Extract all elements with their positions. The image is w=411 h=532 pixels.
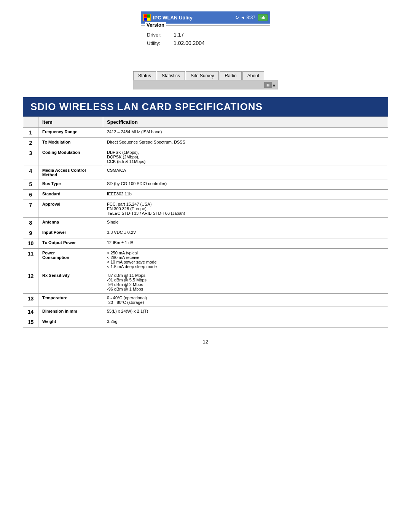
- version-legend: Version: [145, 22, 166, 28]
- taskbar-title: IPC WLAN Utility: [153, 15, 233, 21]
- row-number: 10: [23, 238, 38, 249]
- toolbar-grid-icon: ▦: [264, 82, 272, 88]
- table-row: 3Coding ModulationDBPSK (1Mbps),DQPSK (2…: [23, 148, 388, 166]
- row-number: 14: [23, 307, 38, 317]
- row-spec: < 250 mA typical< 280 mA receive< 10 mA …: [103, 249, 388, 271]
- row-number: 2: [23, 138, 38, 148]
- driver-value: 1.17: [174, 32, 184, 38]
- windows-icon: [143, 14, 151, 21]
- utility-value: 1.02.00.2004: [174, 40, 205, 46]
- row-item: Approval: [38, 200, 103, 218]
- row-number: 5: [23, 179, 38, 190]
- row-spec: 55(L) x 24(W) x 2.1(T): [103, 307, 388, 317]
- tab-status[interactable]: Status: [133, 71, 156, 80]
- table-row: 5Bus TypeSD (by CG-100 SDIO controller): [23, 179, 388, 190]
- tabs-area: Status Statistics Site Survey Radio Abou…: [23, 71, 388, 89]
- driver-label: Driver:: [147, 32, 174, 38]
- table-row: 14Dimension in mm55(L) x 24(W) x 2.1(T): [23, 307, 388, 317]
- row-number: 15: [23, 317, 38, 328]
- row-item: Rx Sensitivity: [38, 271, 103, 294]
- tabs-row: Status Statistics Site Survey Radio Abou…: [133, 71, 278, 80]
- spec-title: SDIO WIRELESS LAN CARD SPECIFICATIONS: [23, 97, 388, 117]
- spec-table: Item Specification 1Frequency Range2412 …: [23, 117, 388, 328]
- row-item: Media Access Control Method: [38, 166, 103, 179]
- row-item: Tx Output Power: [38, 238, 103, 249]
- taskbar-icons: ↻ ◄ 8:37: [235, 15, 255, 20]
- row-item: Dimension in mm: [38, 307, 103, 317]
- table-row: 7ApprovalFCC, part 15.247 (USA)EN 300.32…: [23, 200, 388, 218]
- row-item: Standard: [38, 190, 103, 200]
- table-row: 8AntennaSingle: [23, 218, 388, 228]
- row-spec: CSMA/CA: [103, 166, 388, 179]
- row-number: 1: [23, 128, 38, 138]
- row-item: Weight: [38, 317, 103, 328]
- table-row: 12Rx Sensitivity-87 dBm @ 11 Mbps-91 dBm…: [23, 271, 388, 294]
- row-item: Input Power: [38, 228, 103, 238]
- row-spec: 2412 – 2484 MHz (ISM band): [103, 128, 388, 138]
- tab-statistics[interactable]: Statistics: [157, 71, 185, 80]
- table-row: 10Tx Output Power12dBm ± 1 dB: [23, 238, 388, 249]
- utility-label: Utility:: [147, 40, 174, 46]
- row-spec: -87 dBm @ 11 Mbps-91 dBm @ 5.5 Mbps-94 d…: [103, 271, 388, 294]
- row-number: 9: [23, 228, 38, 238]
- row-spec: 3.3 VDC ± 0.2V: [103, 228, 388, 238]
- row-item: Bus Type: [38, 179, 103, 190]
- row-number: 11: [23, 249, 38, 271]
- row-number: 3: [23, 148, 38, 166]
- table-row: 9Input Power3.3 VDC ± 0.2V: [23, 228, 388, 238]
- row-number: 7: [23, 200, 38, 218]
- tab-about[interactable]: About: [242, 71, 264, 80]
- table-row: 13Temperature0 - 40°C (operational)-20 -…: [23, 294, 388, 307]
- device-area: IPC WLAN Utility ↻ ◄ 8:37 ok Version Dri…: [23, 11, 388, 52]
- row-spec: Single: [103, 218, 388, 228]
- table-row: 15Weight3.25g: [23, 317, 388, 328]
- row-item: Coding Modulation: [38, 148, 103, 166]
- row-spec: 12dBm ± 1 dB: [103, 238, 388, 249]
- row-item: Antenna: [38, 218, 103, 228]
- tab-toolbar: ▦ ▲: [133, 80, 278, 89]
- table-row: 2Tx ModulationDirect Sequence Spread Spe…: [23, 138, 388, 148]
- tab-radio[interactable]: Radio: [220, 71, 241, 80]
- row-spec: 0 - 40°C (operational)-20 - 80°C (storag…: [103, 294, 388, 307]
- version-box: Version Driver: 1.17 Utility: 1.02.00.20…: [141, 25, 270, 52]
- col-num-header: [23, 117, 38, 128]
- row-number: 4: [23, 166, 38, 179]
- col-item-header: Item: [38, 117, 103, 128]
- col-spec-header: Specification: [103, 117, 388, 128]
- ok-button[interactable]: ok: [258, 14, 268, 21]
- driver-row: Driver: 1.17: [147, 32, 264, 38]
- volume-icon: ◄: [241, 15, 245, 20]
- row-number: 6: [23, 190, 38, 200]
- taskbar-time: 8:37: [247, 15, 255, 20]
- row-number: 12: [23, 271, 38, 294]
- tab-site-survey[interactable]: Site Survey: [186, 71, 219, 80]
- table-row: 11PowerConsumption< 250 mA typical< 280 …: [23, 249, 388, 271]
- page-number: 12: [203, 339, 208, 345]
- row-item: Temperature: [38, 294, 103, 307]
- toolbar-arrow-icon: ▲: [272, 82, 276, 88]
- table-row: 1Frequency Range2412 – 2484 MHz (ISM ban…: [23, 128, 388, 138]
- row-spec: SD (by CG-100 SDIO controller): [103, 179, 388, 190]
- table-row: 6StandardIEEE802.11b: [23, 190, 388, 200]
- sync-icon: ↻: [235, 15, 239, 20]
- row-item: Tx Modulation: [38, 138, 103, 148]
- row-spec: DBPSK (1Mbps),DQPSK (2Mbps),CCK (5.5 & 1…: [103, 148, 388, 166]
- row-number: 8: [23, 218, 38, 228]
- utility-row: Utility: 1.02.00.2004: [147, 40, 264, 46]
- row-item: Frequency Range: [38, 128, 103, 138]
- row-number: 13: [23, 294, 38, 307]
- row-spec: Direct Sequence Spread Spectrum, DSSS: [103, 138, 388, 148]
- row-spec: IEEE802.11b: [103, 190, 388, 200]
- row-spec: 3.25g: [103, 317, 388, 328]
- table-row: 4Media Access Control MethodCSMA/CA: [23, 166, 388, 179]
- row-item: PowerConsumption: [38, 249, 103, 271]
- row-spec: FCC, part 15.247 (USA)EN 300.328 (Europe…: [103, 200, 388, 218]
